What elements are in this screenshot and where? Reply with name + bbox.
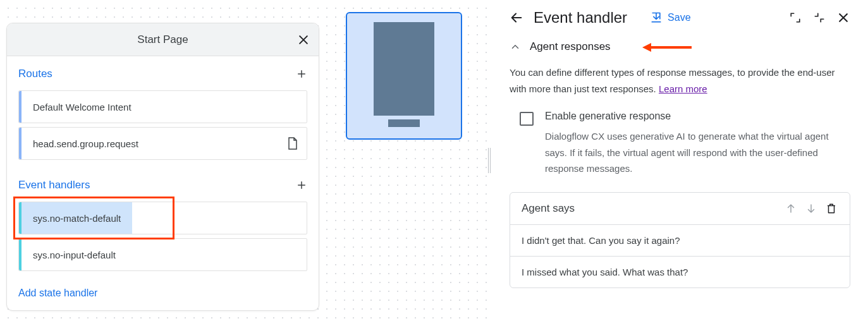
expand-icon[interactable] bbox=[788, 11, 802, 25]
page-header: Start Page bbox=[7, 23, 319, 56]
event-item-selected[interactable]: sys.no-match-default bbox=[18, 202, 307, 234]
collapse-icon[interactable] bbox=[812, 11, 826, 25]
section-description: You can define different types of respon… bbox=[510, 64, 850, 97]
chevron-up-icon bbox=[510, 41, 521, 52]
route-label: head.send.group.request bbox=[21, 138, 288, 149]
event-label: sys.no-match-default bbox=[21, 213, 307, 224]
panel-title: Event handler bbox=[534, 9, 627, 27]
event-handlers-section-header[interactable]: Event handlers bbox=[7, 173, 319, 198]
back-icon[interactable] bbox=[510, 11, 523, 25]
agent-says-card: Agent says I didn't get that. Can you sa… bbox=[510, 192, 850, 288]
route-item[interactable]: head.send.group.request bbox=[18, 127, 307, 160]
move-up-icon[interactable] bbox=[784, 202, 798, 215]
enable-generative-checkbox[interactable] bbox=[520, 112, 534, 126]
agent-says-title: Agent says bbox=[522, 202, 778, 215]
document-icon bbox=[288, 137, 298, 150]
close-panel-icon[interactable] bbox=[836, 11, 850, 25]
routes-section-header[interactable]: Routes bbox=[7, 61, 319, 87]
agent-responses-title: Agent responses bbox=[530, 40, 611, 53]
panel-resize-handle[interactable] bbox=[487, 0, 492, 321]
add-event-icon[interactable] bbox=[296, 179, 307, 191]
event-handler-panel: Event handler Save Agent responses bbox=[492, 0, 868, 321]
svg-marker-1 bbox=[642, 43, 651, 52]
close-icon[interactable] bbox=[297, 33, 310, 46]
route-item[interactable]: Default Welcome Intent bbox=[18, 90, 307, 123]
flow-canvas[interactable]: Start Page Routes Default Welcome Intent bbox=[0, 0, 487, 321]
add-route-icon[interactable] bbox=[296, 68, 307, 80]
event-handlers-label: Event handlers bbox=[18, 179, 90, 191]
routes-label: Routes bbox=[18, 68, 52, 80]
add-state-handler-button[interactable]: Add state handler bbox=[7, 279, 319, 310]
minimap[interactable] bbox=[346, 12, 462, 140]
learn-more-link[interactable]: Learn more bbox=[659, 83, 707, 94]
page-card: Start Page Routes Default Welcome Intent bbox=[6, 23, 319, 311]
minimap-page-rect bbox=[374, 22, 434, 116]
route-label: Default Welcome Intent bbox=[21, 102, 307, 112]
event-label: sys.no-input-default bbox=[21, 250, 307, 260]
save-button[interactable]: Save bbox=[650, 11, 690, 24]
checkbox-description: Dialogflow CX uses generative AI to gene… bbox=[545, 128, 850, 177]
page-title: Start Page bbox=[137, 33, 188, 46]
event-item[interactable]: sys.no-input-default bbox=[18, 238, 307, 271]
agent-responses-section-toggle[interactable]: Agent responses bbox=[510, 40, 850, 53]
response-text[interactable]: I didn't get that. Can you say it again? bbox=[510, 225, 850, 257]
move-down-icon[interactable] bbox=[804, 202, 818, 215]
response-text[interactable]: I missed what you said. What was that? bbox=[510, 257, 850, 288]
delete-icon[interactable] bbox=[824, 202, 838, 215]
minimap-page-rect bbox=[388, 119, 420, 127]
annotation-arrow bbox=[642, 42, 692, 53]
checkbox-label: Enable generative response bbox=[545, 111, 850, 122]
